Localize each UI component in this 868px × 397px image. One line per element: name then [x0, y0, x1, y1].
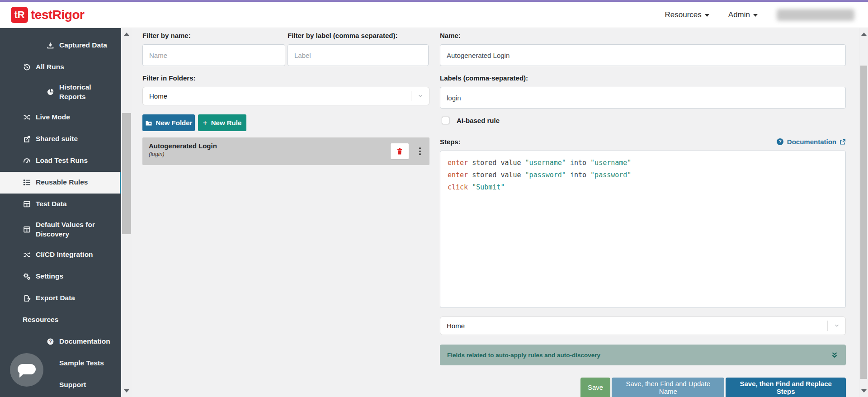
- code-line: enter stored value "username" into "user…: [448, 157, 838, 169]
- scroll-down-arrow-icon[interactable]: [861, 389, 867, 392]
- sidebar-item-live-mode[interactable]: Live Mode: [0, 107, 121, 128]
- user-name-blurred[interactable]: [777, 9, 854, 21]
- shuffle-icon: [23, 251, 31, 259]
- sidebar-item-label: Sample Tests: [59, 359, 104, 368]
- rule-folder-select[interactable]: Home: [440, 317, 846, 335]
- filter-by-label-label: Filter by label (comma separated):: [288, 32, 397, 39]
- collapse-bar-label: Fields related to auto-apply rules and a…: [447, 352, 830, 359]
- sidebar-item-label: All Runs: [36, 62, 64, 72]
- scrollbar-thumb[interactable]: [860, 66, 867, 379]
- scroll-up-arrow-icon[interactable]: [124, 33, 129, 36]
- labels-label: Labels (comma-separated):: [440, 74, 528, 82]
- hidden-icon: [46, 381, 54, 389]
- logo-text: testRigor: [31, 8, 84, 22]
- gears-icon: [23, 273, 31, 281]
- filter-by-name-label: Filter by name:: [142, 32, 191, 39]
- filter-in-folders-label: Filter in Folders:: [142, 74, 196, 82]
- sidebar-item-captured-data[interactable]: Captured Data: [0, 34, 121, 56]
- new-folder-label: New Folder: [156, 119, 193, 127]
- sidebar-item-export-data[interactable]: Export Data: [0, 288, 121, 309]
- rule-list-item[interactable]: Autogenerated Login (login): [142, 137, 429, 165]
- folder-plus-icon: [145, 119, 152, 127]
- history-icon: [23, 63, 31, 71]
- top-navigation: Resources Admin: [665, 9, 854, 21]
- nav-resources-label: Resources: [665, 10, 702, 19]
- steps-code-editor[interactable]: enter stored value "username" into "user…: [440, 151, 846, 308]
- gauge-icon: [23, 157, 31, 165]
- chevron-down-icon: [411, 91, 429, 101]
- sidebar-item-label: Documentation: [59, 337, 110, 346]
- shuffle-icon: [23, 113, 31, 122]
- sidebar-section-label: Resources: [23, 315, 58, 325]
- auto-apply-fields-collapse-bar[interactable]: Fields related to auto-apply rules and a…: [440, 345, 846, 365]
- sidebar-item-label: Load Test Runs: [36, 156, 88, 165]
- sidebar-item-load-test-runs[interactable]: Load Test Runs: [0, 150, 121, 172]
- nav-admin-dropdown[interactable]: Admin: [728, 10, 758, 19]
- scrollbar-thumb[interactable]: [122, 113, 131, 234]
- documentation-label: Documentation: [787, 138, 836, 146]
- sidebar-item-label: Reusable Rules: [36, 178, 88, 187]
- sidebar-item-label: Export Data: [36, 293, 75, 303]
- save-button[interactable]: Save: [580, 378, 610, 397]
- new-rule-button[interactable]: + New Rule: [198, 114, 246, 131]
- question-circle-icon: ?: [46, 338, 54, 346]
- sidebar-item-default-values-for-discovery[interactable]: Default Values for Discovery: [0, 215, 121, 244]
- plus-icon: +: [203, 119, 208, 127]
- scroll-up-arrow-icon[interactable]: [861, 33, 867, 36]
- filter-label-input[interactable]: [288, 44, 429, 66]
- page-scrollbar[interactable]: [859, 28, 868, 397]
- ai-based-rule-label: AI-based rule: [457, 117, 500, 124]
- sidebar-item-historical-reports[interactable]: Historical Reports: [0, 78, 121, 107]
- list-icon: [23, 179, 31, 187]
- svg-text:?: ?: [49, 339, 52, 344]
- sidebar-item-documentation[interactable]: ? Documentation: [0, 331, 121, 353]
- sidebar-item-label: Shared suite: [36, 134, 78, 144]
- scroll-down-arrow-icon[interactable]: [124, 389, 129, 392]
- sidebar-item-label: Support: [59, 380, 86, 390]
- filter-name-input[interactable]: [142, 44, 285, 66]
- caret-down-icon: [705, 14, 709, 17]
- hidden-icon: [46, 359, 54, 368]
- code-line: click "Submit": [448, 181, 838, 194]
- new-folder-button[interactable]: New Folder: [142, 114, 195, 131]
- download-icon: [46, 41, 54, 49]
- caret-down-icon: [753, 14, 758, 17]
- logo-badge-icon: tR: [11, 7, 28, 23]
- nav-resources-dropdown[interactable]: Resources: [665, 10, 709, 19]
- sidebar-item-label: Test Data: [36, 199, 67, 209]
- chat-widget-button[interactable]: [10, 353, 43, 387]
- folders-filter-select[interactable]: Home: [142, 87, 429, 105]
- ai-based-rule-checkbox[interactable]: [442, 117, 449, 124]
- sidebar-item-settings[interactable]: Settings: [0, 266, 121, 288]
- double-chevron-down-icon: [830, 351, 839, 359]
- delete-rule-button[interactable]: [391, 143, 409, 159]
- sidebar-item-shared-suite[interactable]: Shared suite: [0, 128, 121, 150]
- rule-more-options-kebab-icon[interactable]: [416, 146, 424, 157]
- sidebar-item-label: Captured Data: [59, 41, 107, 50]
- rule-title: Autogenerated Login: [149, 142, 423, 150]
- app-window: tR testRigor Resources Admin Captured Da…: [0, 0, 868, 397]
- share-icon: [23, 135, 31, 143]
- sidebar-item-reusable-rules[interactable]: Reusable Rules: [0, 172, 121, 194]
- save-find-replace-steps-button[interactable]: Save, then Find and Replace Steps: [726, 378, 846, 397]
- save-find-update-name-button[interactable]: Save, then Find and Update Name: [612, 378, 724, 397]
- sidebar-item-label: Live Mode: [36, 113, 70, 122]
- sidebar-section-resources: Resources: [0, 309, 121, 331]
- rule-folder-value: Home: [440, 322, 827, 330]
- documentation-link[interactable]: ? Documentation: [776, 138, 846, 146]
- rule-labels-input[interactable]: [440, 87, 846, 109]
- sidebar-item-label: Settings: [36, 272, 63, 281]
- sidebar-item-all-runs[interactable]: All Runs: [0, 56, 121, 78]
- sidebar-item-test-data[interactable]: Test Data: [0, 194, 121, 215]
- table-icon: [23, 200, 31, 208]
- question-circle-icon: ?: [776, 138, 784, 146]
- rule-label-tag: (login): [149, 151, 423, 157]
- name-label: Name:: [440, 32, 461, 39]
- top-bar: tR testRigor Resources Admin: [0, 0, 868, 28]
- external-link-icon: [840, 139, 846, 145]
- testrigor-logo[interactable]: tR testRigor: [11, 7, 84, 23]
- list-pane-scrollbar[interactable]: [121, 28, 132, 397]
- rule-name-input[interactable]: [440, 44, 846, 66]
- sidebar-item-cicd-integration[interactable]: CI/CD Integration: [0, 244, 121, 266]
- code-line: enter stored value "password" into "pass…: [448, 169, 838, 181]
